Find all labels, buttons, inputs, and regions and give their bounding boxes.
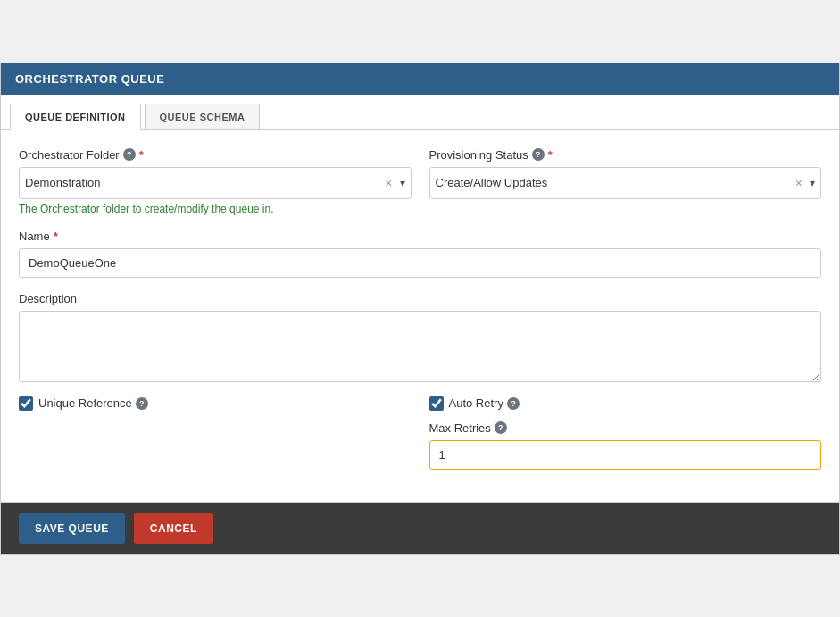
orchestrator-folder-select[interactable]: Demonstration × ▾ [19,167,412,199]
auto-retry-group: Auto Retry ? [429,396,822,411]
orchestrator-folder-help-icon[interactable]: ? [123,148,136,161]
name-label: Name * [19,229,821,243]
folder-status-row: Orchestrator Folder ? * Demonstration × … [19,148,821,215]
auto-retry-label: Auto Retry ? [449,396,520,410]
name-row: Name * [19,229,821,278]
max-retries-label: Max Retries ? [429,421,822,435]
orchestrator-folder-value: Demonstration [25,176,381,189]
name-input[interactable] [19,248,821,278]
max-retries-group: Max Retries ? [429,421,822,470]
tab-bar: QUEUE DEFINITION QUEUE SCHEMA [1,95,839,130]
unique-reference-checkbox[interactable] [19,396,33,411]
save-queue-button[interactable]: SAVE QUEUE [19,513,125,544]
dialog-header: ORCHESTRATOR QUEUE [1,63,839,95]
orchestrator-folder-label: Orchestrator Folder ? * [19,148,412,162]
provisioning-status-required: * [548,148,553,162]
provisioning-status-select[interactable]: Create/Allow Updates × ▾ [429,167,822,199]
auto-retry-help-icon[interactable]: ? [507,397,520,410]
name-group: Name * [19,229,821,278]
form-content: Orchestrator Folder ? * Demonstration × … [1,130,839,502]
provisioning-status-arrow-icon[interactable]: ▾ [806,177,815,189]
description-row: Description [19,292,821,382]
unique-reference-label: Unique Reference ? [38,396,148,410]
tab-queue-schema[interactable]: QUEUE SCHEMA [145,104,261,129]
provisioning-status-label: Provisioning Status ? * [429,148,822,162]
orchestrator-folder-clear-icon[interactable]: × [381,176,395,190]
unique-reference-group: Unique Reference ? [19,396,412,411]
orchestrator-folder-required: * [139,148,144,162]
dialog-title: ORCHESTRATOR QUEUE [15,72,164,86]
max-retries-input[interactable] [429,440,822,470]
description-input[interactable] [19,311,821,382]
auto-retry-checkbox[interactable] [429,396,444,411]
name-required: * [54,229,58,243]
orchestrator-folder-arrow-icon[interactable]: ▾ [396,177,405,189]
footer: SAVE QUEUE CANCEL [1,503,839,554]
cancel-button[interactable]: CANCEL [134,513,213,544]
tab-queue-definition[interactable]: QUEUE DEFINITION [10,104,141,130]
description-group: Description [19,292,821,382]
provisioning-status-clear-icon[interactable]: × [792,176,806,190]
provisioning-status-value: Create/Allow Updates [436,176,792,189]
orchestrator-folder-hint: The Orchestrator folder to create/modify… [19,203,412,215]
auto-retry-section: Auto Retry ? Max Retries ? [429,396,822,470]
unique-reference-help-icon[interactable]: ? [136,397,148,410]
provisioning-status-help-icon[interactable]: ? [532,148,545,161]
max-retries-help-icon[interactable]: ? [495,421,507,434]
description-label: Description [19,292,821,305]
provisioning-status-group: Provisioning Status ? * Create/Allow Upd… [429,148,822,215]
unique-reference-section: Unique Reference ? [19,396,412,411]
orchestrator-folder-group: Orchestrator Folder ? * Demonstration × … [19,148,412,215]
main-container: ORCHESTRATOR QUEUE QUEUE DEFINITION QUEU… [0,63,840,555]
checkboxes-row: Unique Reference ? Auto Retry ? Max Re [19,396,821,470]
